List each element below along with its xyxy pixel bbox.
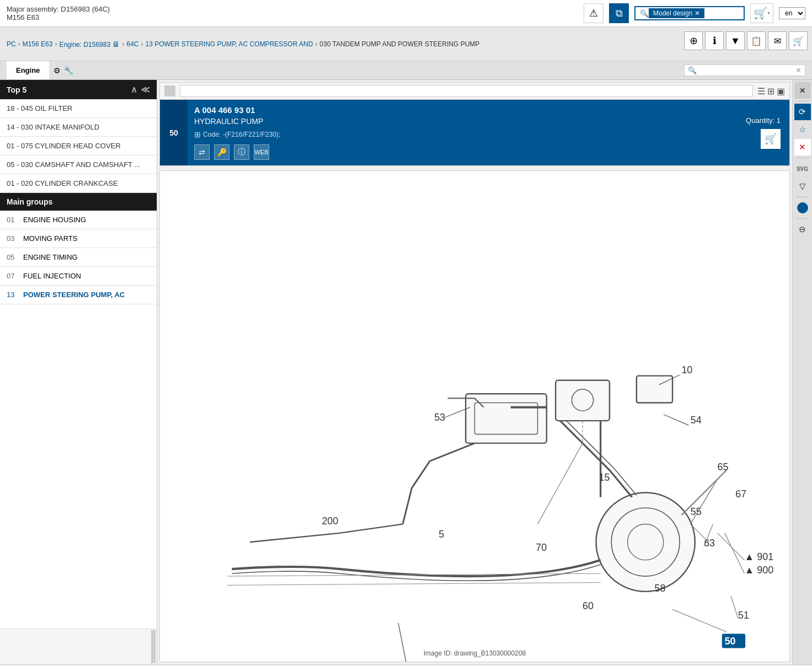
svg-line-20 <box>725 533 745 573</box>
copy-icon-btn[interactable]: ⧉ <box>609 3 629 23</box>
circle-icon[interactable] <box>797 202 808 213</box>
svg-line-22 <box>672 609 726 632</box>
web-icon[interactable]: WEB <box>254 144 269 160</box>
top5-item-1-label: 14 - 030 INTAKE MANIFOLD <box>7 123 99 131</box>
close-panel-icon[interactable]: ✕ <box>794 82 811 99</box>
sidebar-scroll-indicator <box>0 629 157 664</box>
tab-icon-2[interactable]: 🔧 <box>64 66 73 75</box>
group-05[interactable]: 05 ENGINE TIMING <box>0 248 157 267</box>
label-67: 67 <box>735 488 746 500</box>
tab-engine[interactable]: Engine <box>7 61 49 79</box>
grid-view-icon[interactable]: ⊞ <box>767 86 774 96</box>
group-03-label: MOVING PARTS <box>23 234 150 243</box>
breadcrumb-engine[interactable]: Engine: D156983 🖥 <box>59 40 120 49</box>
tabs-search-input[interactable] <box>697 66 795 74</box>
code-label: Code: <box>203 131 221 138</box>
tab-icon-1[interactable]: ⚙ <box>54 66 61 75</box>
center-content: ☰ ⊞ ▣ 50 A 004 466 93 01 HYDRAULIC PUMP … <box>157 80 792 664</box>
list-view-icon[interactable]: ☰ <box>757 86 765 96</box>
tabs-row: Engine ⚙ 🔧 🔍 ✕ <box>0 61 812 80</box>
part-number: A 004 466 93 01 <box>194 105 730 115</box>
table-icon: ⊞ <box>194 130 201 139</box>
cart-add-btn[interactable]: 🛒+ <box>750 3 773 23</box>
language-select[interactable]: en de fr <box>779 7 805 19</box>
group-05-num: 05 <box>7 253 18 261</box>
model-search-box[interactable]: 🔍 Model design ✕ <box>634 6 745 20</box>
svg-line-13 <box>664 415 689 426</box>
group-01[interactable]: 01 ENGINE HOUSING <box>0 211 157 229</box>
zoom-in-icon[interactable]: ⊕ <box>684 31 703 50</box>
model-design-close-icon[interactable]: ✕ <box>695 9 700 17</box>
svg-rect-7 <box>637 376 672 403</box>
top5-item-1[interactable]: 14 - 030 INTAKE MANIFOLD <box>0 118 157 137</box>
top5-collapse-icon[interactable]: ∧ <box>131 84 137 95</box>
svg-icon[interactable]: SVG <box>794 160 811 177</box>
bookmark-icon[interactable]: ☆ <box>794 121 811 138</box>
parts-view-icons: ☰ ⊞ ▣ <box>757 86 785 96</box>
svg-line-21 <box>731 596 738 619</box>
toolbar-icons: ⊕ ℹ ▼ 📋 ✉ 🛒 <box>684 31 808 50</box>
label-15: 15 <box>599 472 610 483</box>
filter2-icon[interactable]: ▽ <box>794 178 811 195</box>
label-50: 50 <box>725 636 736 647</box>
tabs-search-close[interactable]: ✕ <box>795 66 802 74</box>
top5-item-0[interactable]: 18 - 045 OIL FILTER <box>0 99 157 118</box>
part-info: A 004 466 93 01 HYDRAULIC PUMP ⊞ Code: -… <box>188 100 737 165</box>
top5-controls: ∧ ≪ <box>131 84 150 95</box>
qty-value: 1 <box>777 116 781 125</box>
breadcrumb-13[interactable]: 13 POWER STEERING PUMP, AC COMPRESSOR AN… <box>145 40 313 48</box>
model-label: M156 E63 <box>7 13 110 22</box>
sidebar-scrollbar[interactable] <box>151 630 156 663</box>
info-icon[interactable]: ℹ <box>705 31 724 50</box>
exchange-icon[interactable]: ⇄ <box>194 144 210 160</box>
part-code-line: ⊞ Code: -(F216/F221/F230); <box>194 130 730 139</box>
cart-add-part-btn[interactable]: 🛒 <box>761 129 781 149</box>
main-content: Top 5 ∧ ≪ 18 - 045 OIL FILTER 14 - 030 I… <box>0 80 812 664</box>
svg-line-10 <box>398 623 407 662</box>
print-icon[interactable]: 📋 <box>747 31 766 50</box>
breadcrumb-64c[interactable]: 64C <box>126 40 138 48</box>
svg-line-16 <box>538 443 583 524</box>
top5-close-icon[interactable]: ≪ <box>141 84 150 95</box>
info-btn[interactable]: ⓘ <box>234 144 249 160</box>
top5-label: Top 5 <box>7 85 26 94</box>
tabs-search-icon: 🔍 <box>688 66 697 74</box>
warning-icon-btn[interactable]: ⚠ <box>584 3 603 23</box>
alt-view-icon[interactable]: ▣ <box>777 86 785 96</box>
filter-icon[interactable]: ▼ <box>726 31 745 50</box>
right-panel: ✕ ⟳ ☆ ✕ SVG ▽ ⊖ <box>792 80 812 664</box>
header-left: Major assembly: D156983 (64C) M156 E63 <box>7 5 110 22</box>
group-13[interactable]: 13 POWER STEERING PUMP, AC <box>0 286 157 304</box>
top5-item-4[interactable]: 01 - 020 CYLINDER CRANKCASE <box>0 174 157 193</box>
qty-label-text: Quantity: <box>746 116 774 125</box>
code-value: -(F216/F221/F230); <box>223 131 280 138</box>
zoom-out-icon[interactable]: ⊖ <box>794 221 811 238</box>
label-900: ▲ 900 <box>745 565 774 576</box>
parts-search-input[interactable] <box>180 85 753 97</box>
breadcrumb-030: 030 TANDEM PUMP AND POWER STEERING PUMP <box>319 40 479 48</box>
group-01-label: ENGINE HOUSING <box>23 216 150 224</box>
mail-icon[interactable]: ✉ <box>768 31 787 50</box>
top5-item-3-label: 05 - 030 CAMSHAFT AND CAMSHAFT ... <box>7 160 140 169</box>
label-901: ▲ 901 <box>745 551 774 562</box>
top5-item-3[interactable]: 05 - 030 CAMSHAFT AND CAMSHAFT ... <box>0 155 157 174</box>
group-07[interactable]: 07 FUEL INJECTION <box>0 267 157 286</box>
rotate-3d-icon[interactable]: ⟳ <box>794 104 811 120</box>
cart-icon[interactable]: 🛒 <box>789 31 808 50</box>
breadcrumb-bar: PC › M156 E63 › Engine: D156983 🖥 › 64C … <box>0 27 812 61</box>
breadcrumb-pc[interactable]: PC <box>7 40 16 48</box>
tabs-search[interactable]: 🔍 ✕ <box>684 65 805 76</box>
divider-1 <box>796 101 809 101</box>
label-60: 60 <box>583 600 594 611</box>
divider-2 <box>796 158 809 158</box>
label-65: 65 <box>718 461 729 472</box>
label-70: 70 <box>536 543 547 554</box>
top5-item-2[interactable]: 01 - 075 CYLINDER HEAD COVER <box>0 137 157 155</box>
label-5: 5 <box>439 529 444 540</box>
breadcrumb-m156[interactable]: M156 E63 <box>23 40 53 48</box>
major-assembly-label: Major assembly: D156983 (64C) <box>7 5 110 13</box>
group-03[interactable]: 03 MOVING PARTS <box>0 229 157 248</box>
parts-list: ☰ ⊞ ▣ 50 A 004 466 93 01 HYDRAULIC PUMP … <box>159 82 790 166</box>
key-icon[interactable]: 🔑 <box>214 144 229 160</box>
delete-icon[interactable]: ✕ <box>794 139 811 155</box>
